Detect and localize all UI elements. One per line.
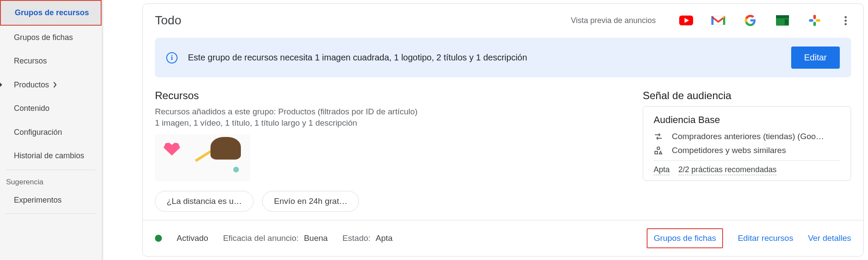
- audience-row-text: Compradores anteriores (tiendas) (Goo…: [672, 132, 824, 141]
- sidebar-item-recursos[interactable]: Recursos: [0, 49, 102, 73]
- svg-rect-8: [816, 19, 820, 22]
- sidebar-item-label: Productos: [14, 80, 49, 90]
- divider: [6, 170, 95, 170]
- sidebar-item-label: Experimentos: [14, 195, 62, 205]
- google-g-icon[interactable]: [743, 15, 757, 26]
- audience-heading: Señal de audiencia: [643, 90, 851, 102]
- remarketing-icon: [654, 133, 663, 140]
- audience-row: Compradores anteriores (tiendas) (Goo…: [654, 132, 840, 141]
- sidebar-item-grupos-fichas[interactable]: Grupos de fichas: [0, 26, 102, 50]
- sidebar-section-label: Sugerencia: [0, 172, 102, 188]
- gmail-icon[interactable]: [711, 15, 725, 26]
- svg-rect-10: [655, 151, 658, 154]
- audience-footer: Apta 2/2 prácticas recomendadas: [654, 165, 840, 174]
- card-footer: Activado Eficacia del anuncio: Buena Est…: [143, 220, 863, 256]
- sidebar-item-historial[interactable]: Historial de cambios: [0, 144, 102, 168]
- caret-right-icon: [53, 82, 57, 88]
- sidebar-item-configuracion[interactable]: Configuración: [0, 120, 102, 144]
- preview-label: Vista previa de anuncios: [571, 16, 656, 25]
- sidebar-item-grupos-recursos[interactable]: Grupos de recursos: [0, 0, 102, 26]
- sidebar-item-productos[interactable]: Productos: [0, 73, 102, 97]
- sidebar-item-label: Recursos: [14, 56, 47, 66]
- edit-button[interactable]: Editar: [791, 47, 840, 69]
- sidebar-item-label: Historial de cambios: [14, 151, 84, 161]
- status-text: Activado: [177, 233, 208, 243]
- divider: [6, 213, 95, 214]
- status-dot-icon: [155, 235, 162, 242]
- asset-thumbnail[interactable]: [155, 134, 250, 181]
- audience-row-text: Competidores y webs similares: [672, 146, 786, 155]
- notice-text: Este grupo de recursos necesita 1 imagen…: [188, 53, 781, 63]
- svg-rect-7: [809, 19, 813, 22]
- sidebar-item-label: Configuración: [14, 127, 62, 137]
- resources-desc-1: Recursos añadidos a este grupo: Producto…: [155, 106, 625, 117]
- audience-box: Audiencia Base Compradores anteriores (t…: [643, 106, 851, 181]
- resources-section: Recursos Recursos añadidos a este grupo:…: [155, 90, 625, 212]
- practices-link[interactable]: 2/2 prácticas recomendadas: [678, 165, 776, 175]
- divider: [654, 160, 840, 161]
- main: Todo Vista previa de anuncios: [103, 0, 868, 260]
- ad-strength-label: Eficacia del anuncio:: [223, 233, 299, 243]
- info-icon: i: [166, 52, 178, 63]
- footer-link-ver-detalles[interactable]: Ver detalles: [808, 233, 851, 243]
- topbar: Todo Vista previa de anuncios: [155, 13, 851, 27]
- sidebar: Grupos de recursos Grupos de fichas Recu…: [0, 0, 103, 260]
- resources-desc-2: 1 imagen, 1 vídeo, 1 título, 1 título la…: [155, 117, 625, 129]
- svg-rect-4: [785, 19, 788, 25]
- sidebar-item-label: Grupos de recursos: [15, 8, 89, 18]
- asset-group-card: Todo Vista previa de anuncios: [142, 3, 864, 257]
- state-label: Estado:: [342, 233, 370, 243]
- resources-heading: Recursos: [155, 90, 625, 102]
- sidebar-item-contenido[interactable]: Contenido: [0, 97, 102, 120]
- page-title: Todo: [155, 13, 181, 27]
- sidebar-item-experimentos[interactable]: Experimentos: [0, 188, 102, 212]
- footer-link-grupos-fichas[interactable]: Grupos de fichas: [647, 228, 723, 248]
- audience-row: Competidores y webs similares: [654, 146, 840, 155]
- youtube-icon[interactable]: [679, 15, 693, 26]
- hand-icon: [210, 137, 241, 160]
- discover-icon[interactable]: [808, 15, 822, 26]
- audience-box-title: Audiencia Base: [654, 114, 840, 126]
- channel-icons: [679, 15, 851, 26]
- chip[interactable]: Envío en 24h grat…: [262, 191, 359, 212]
- requirements-notice: i Este grupo de recursos necesita 1 imag…: [155, 38, 851, 77]
- segments-icon: [654, 147, 663, 154]
- svg-rect-3: [776, 15, 789, 18]
- topbar-right: Vista previa de anuncios: [571, 15, 851, 26]
- caret-right-icon: [0, 81, 3, 89]
- ad-strength-value: Buena: [304, 233, 328, 243]
- footer-link-editar-recursos[interactable]: Editar recursos: [738, 233, 793, 243]
- display-icon[interactable]: [776, 15, 789, 26]
- sidebar-item-label: Grupos de fichas: [14, 33, 73, 43]
- svg-rect-6: [813, 22, 816, 26]
- apta-label[interactable]: Apta: [654, 165, 670, 175]
- svg-rect-5: [813, 15, 816, 19]
- audience-section: Señal de audiencia Audiencia Base Compra…: [643, 90, 851, 212]
- headline-chips: ¿La distancia es u… Envío en 24h grat…: [155, 191, 625, 212]
- chip[interactable]: ¿La distancia es u…: [155, 191, 253, 212]
- more-menu-icon[interactable]: [840, 16, 851, 25]
- state-value: Apta: [376, 233, 393, 243]
- sidebar-item-label: Contenido: [14, 103, 49, 113]
- svg-point-9: [657, 147, 660, 150]
